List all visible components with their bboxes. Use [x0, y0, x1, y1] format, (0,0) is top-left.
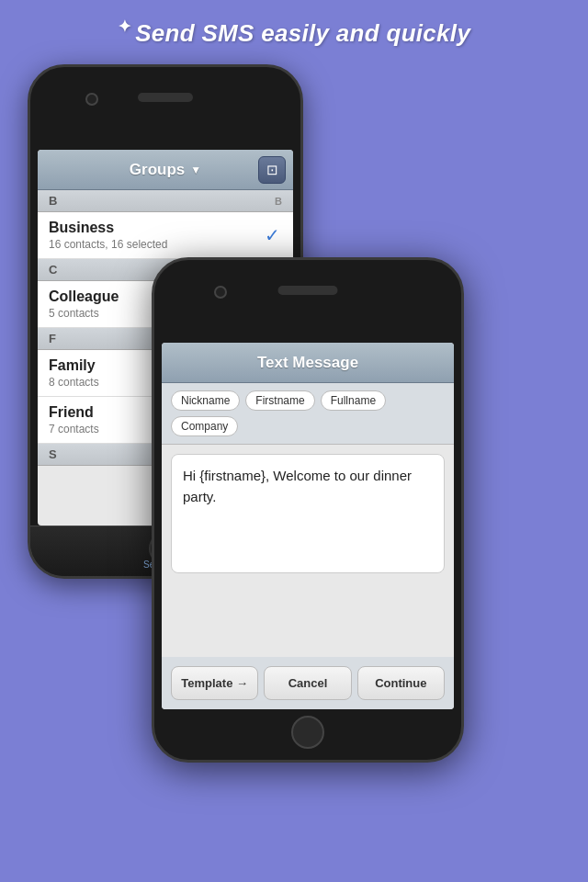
- text-message-nav-title: Text Message: [257, 354, 358, 372]
- cancel-button[interactable]: Cancel: [264, 666, 351, 700]
- contact-name-business: Business: [49, 220, 282, 236]
- section-letter-c: C: [49, 263, 57, 277]
- section-letter-s: S: [49, 447, 57, 461]
- phone2-screen: Text Message Nickname Firstname Fullname…: [162, 343, 454, 709]
- section-index-b: B: [275, 196, 282, 207]
- compose-icon: ⊡: [266, 162, 278, 178]
- dropdown-arrow-icon[interactable]: ▼: [190, 164, 201, 176]
- phone2-speaker: [278, 286, 338, 295]
- token-company[interactable]: Company: [171, 416, 238, 436]
- checkmark-icon-business: ✓: [265, 224, 280, 246]
- contact-sub-business: 16 contacts, 16 selected: [49, 238, 282, 251]
- phone2-device: Text Message Nickname Firstname Fullname…: [152, 257, 464, 763]
- section-letter-f: F: [49, 332, 56, 345]
- groups-nav-bar: Groups ▼ ⊡: [38, 150, 293, 190]
- section-header-b: B B: [38, 190, 293, 212]
- text-message-nav: Text Message: [162, 343, 454, 383]
- phone2-camera: [214, 286, 227, 299]
- section-letter-b: B: [49, 194, 57, 208]
- compose-button[interactable]: ⊡: [258, 156, 286, 184]
- token-fullname[interactable]: Fullname: [321, 390, 386, 411]
- token-bar: Nickname Firstname Fullname Company: [162, 383, 454, 445]
- groups-nav-title: Groups ▼: [130, 161, 201, 179]
- message-text-area[interactable]: Hi {firstname}, Welcome to our dinner pa…: [171, 454, 445, 573]
- template-button[interactable]: Template →: [171, 666, 258, 700]
- star-icon: ✦: [118, 17, 131, 36]
- continue-button[interactable]: Continue: [357, 666, 445, 700]
- contact-row-business[interactable]: Business 16 contacts, 16 selected ✓: [38, 212, 293, 259]
- phone2-home-button[interactable]: [291, 716, 324, 749]
- token-firstname[interactable]: Firstname: [245, 390, 314, 411]
- phone1-camera: [85, 93, 98, 106]
- phone1-speaker: [138, 93, 193, 102]
- tagline: ✦Send SMS easily and quickly: [0, 17, 588, 48]
- token-nickname[interactable]: Nickname: [171, 390, 240, 411]
- compose-action-buttons: Template → Cancel Continue: [162, 657, 454, 709]
